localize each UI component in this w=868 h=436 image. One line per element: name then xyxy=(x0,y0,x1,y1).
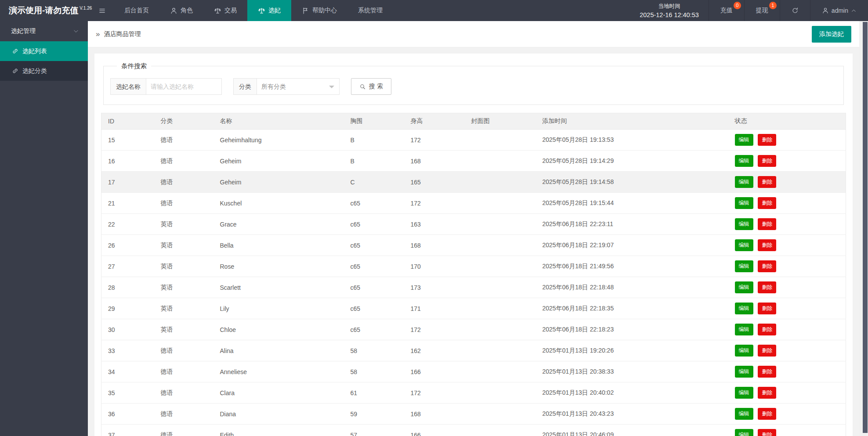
refresh-icon xyxy=(792,7,799,14)
person-icon xyxy=(822,7,829,14)
chevron-up-icon xyxy=(851,8,857,14)
edit-button[interactable]: 编辑 xyxy=(735,303,753,314)
delete-button[interactable]: 删除 xyxy=(758,345,776,357)
cell-actions: 编辑 删除 xyxy=(728,319,846,340)
cell-id: 30 xyxy=(101,319,154,340)
category-select[interactable]: 所有分类 xyxy=(257,78,340,95)
cell-name: Alina xyxy=(213,340,344,361)
user-menu[interactable]: admin xyxy=(810,0,868,21)
delete-button[interactable]: 删除 xyxy=(758,176,776,188)
delete-button[interactable]: 删除 xyxy=(758,239,776,251)
edit-button[interactable]: 编辑 xyxy=(735,260,753,272)
edit-button[interactable]: 编辑 xyxy=(735,429,753,436)
nav-item-trade[interactable]: 交易 xyxy=(203,0,247,21)
cell-actions: 编辑 删除 xyxy=(728,235,846,256)
page-scrollbar-thumb[interactable] xyxy=(863,22,868,433)
cell-category: 英语 xyxy=(154,256,213,277)
cell-height: 168 xyxy=(404,404,465,425)
cell-height: 172 xyxy=(404,130,465,151)
cell-height: 171 xyxy=(404,298,465,319)
table-row: 34 德语 Anneliese 58 166 2025年01月13日 20:38… xyxy=(101,361,846,382)
category-select-value: 所有分类 xyxy=(261,83,286,90)
edit-button[interactable]: 编辑 xyxy=(735,218,753,230)
edit-button[interactable]: 编辑 xyxy=(735,408,753,420)
edit-button[interactable]: 编辑 xyxy=(735,387,753,399)
delete-button[interactable]: 删除 xyxy=(758,155,776,167)
delete-button[interactable]: 删除 xyxy=(758,429,776,436)
cell-height: 163 xyxy=(404,214,465,235)
delete-button[interactable]: 删除 xyxy=(758,260,776,272)
delete-button[interactable]: 删除 xyxy=(758,366,776,378)
delete-button[interactable]: 删除 xyxy=(758,303,776,314)
link-icon xyxy=(12,48,18,54)
search-button-label: 搜 索 xyxy=(369,83,383,90)
sidebar-group-concubine-mgmt[interactable]: 选妃管理 xyxy=(0,21,88,41)
nav-item-help[interactable]: 帮助中心 xyxy=(291,0,347,21)
name-input[interactable] xyxy=(146,78,222,95)
edit-button[interactable]: 编辑 xyxy=(735,197,753,209)
refresh-button[interactable] xyxy=(780,0,810,21)
delete-button[interactable]: 删除 xyxy=(758,218,776,230)
edit-button[interactable]: 编辑 xyxy=(735,281,753,293)
delete-button[interactable]: 删除 xyxy=(758,134,776,146)
cell-category: 德语 xyxy=(154,130,213,151)
delete-button[interactable]: 删除 xyxy=(758,324,776,335)
cell-id: 33 xyxy=(101,340,154,361)
table-row: 26 英语 Bella c65 168 2025年06月18日 22:19:07… xyxy=(101,235,846,256)
page-scrollbar-track[interactable] xyxy=(859,21,868,436)
cell-actions: 编辑 删除 xyxy=(728,214,846,235)
cell-category: 英语 xyxy=(154,298,213,319)
col-id: ID xyxy=(101,113,154,130)
cell-bust: 61 xyxy=(344,382,404,404)
search-button[interactable]: 搜 索 xyxy=(351,78,391,95)
table-row: 16 德语 Geheim B 168 2025年05月28日 19:14:29 … xyxy=(101,151,846,172)
double-angle-icon: » xyxy=(96,30,100,39)
edit-button[interactable]: 编辑 xyxy=(735,324,753,335)
cell-bust: B xyxy=(344,130,404,151)
username: admin xyxy=(832,7,848,14)
nav-item-dashboard[interactable]: 后台首页 xyxy=(114,0,159,21)
cell-cover xyxy=(465,404,536,425)
nav-item-concubine[interactable]: 选妃 xyxy=(247,0,291,21)
cell-name: Clara xyxy=(213,382,344,404)
cell-id: 21 xyxy=(101,193,154,214)
delete-button[interactable]: 删除 xyxy=(758,387,776,399)
sidebar-item-concubine-category[interactable]: 选妃分类 xyxy=(0,61,88,81)
magnifier-icon xyxy=(359,83,366,90)
col-name: 名称 xyxy=(213,113,344,130)
recharge-label: 充值 xyxy=(720,7,733,14)
cell-name: Lily xyxy=(213,298,344,319)
person-icon xyxy=(170,7,177,14)
recharge-button[interactable]: 充值 0 xyxy=(709,0,744,21)
cell-bust: c65 xyxy=(344,193,404,214)
edit-button[interactable]: 编辑 xyxy=(735,345,753,357)
edit-button[interactable]: 编辑 xyxy=(735,134,753,146)
cell-height: 172 xyxy=(404,319,465,340)
content: 条件搜索 选妃名称 分类 所有分类 搜 索 xyxy=(88,47,859,436)
cell-bust: c65 xyxy=(344,214,404,235)
topbar-tools: 当地时间 2025-12-16 12:40:53 充值 0 提现 1 admin xyxy=(630,0,868,21)
cell-cover xyxy=(465,340,536,361)
nav-item-roles[interactable]: 角色 xyxy=(159,0,203,21)
cell-id: 35 xyxy=(101,382,154,404)
withdraw-button[interactable]: 提现 1 xyxy=(744,0,780,21)
sidebar-item-concubine-list[interactable]: 选妃列表 xyxy=(0,41,88,61)
search-panel-title: 条件搜索 xyxy=(117,62,151,70)
hamburger-icon xyxy=(98,7,106,14)
edit-button[interactable]: 编辑 xyxy=(735,176,753,188)
edit-button[interactable]: 编辑 xyxy=(735,155,753,167)
table-row: 30 英语 Chloe c65 172 2025年06月18日 22:18:23… xyxy=(101,319,846,340)
concubine-table: ID 分类 名称 胸围 身高 封面图 添加时间 状态 15 德语 Geheimh… xyxy=(101,113,846,436)
nav-item-system[interactable]: 系统管理 xyxy=(347,0,393,21)
edit-button[interactable]: 编辑 xyxy=(735,366,753,378)
cell-id: 26 xyxy=(101,235,154,256)
cell-height: 162 xyxy=(404,340,465,361)
edit-button[interactable]: 编辑 xyxy=(735,239,753,251)
delete-button[interactable]: 删除 xyxy=(758,281,776,293)
delete-button[interactable]: 删除 xyxy=(758,197,776,209)
cell-name: Grace xyxy=(213,214,344,235)
col-height: 身高 xyxy=(404,113,465,130)
delete-button[interactable]: 删除 xyxy=(758,408,776,420)
menu-toggle-button[interactable] xyxy=(90,0,114,21)
add-concubine-button[interactable]: 添加选妃 xyxy=(812,26,851,43)
